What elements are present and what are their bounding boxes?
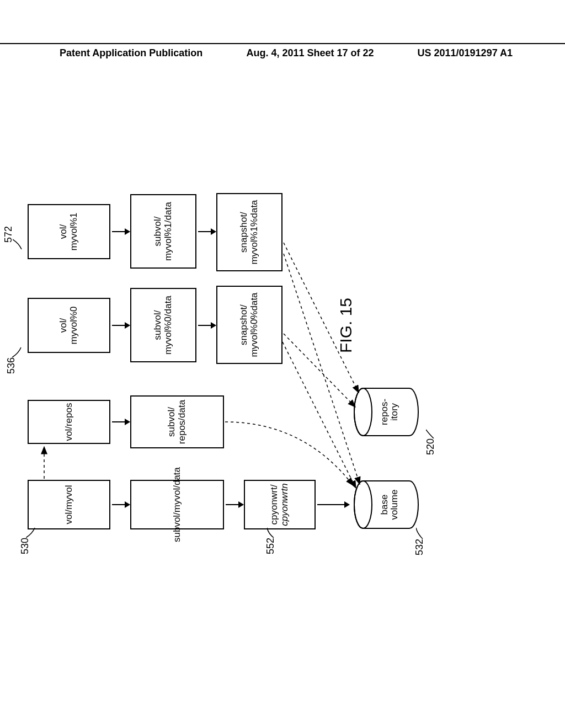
box-snapshot-myvol0: snapshot/ myvol%0%data	[216, 286, 282, 364]
box-subvol-myvol-data: subvol/myvol/data	[130, 480, 224, 529]
refnum-532: 532	[414, 539, 425, 555]
svg-line-7	[284, 254, 360, 484]
box-snapshot-myvol1: snapshot/ myvol%1%data	[216, 193, 282, 271]
box-vol-myvol0: vol/ myvol%0	[28, 298, 110, 353]
box-vol-myvol: vol/myvol	[28, 480, 110, 529]
arrow-icon	[112, 231, 130, 232]
arrow-icon	[112, 325, 130, 326]
arrow-icon	[198, 325, 216, 326]
page-header: Patent Application Publication Aug. 4, 2…	[0, 43, 565, 59]
header-right: US 2011/0191297 A1	[418, 47, 513, 59]
cylinder-repository: repos- itory	[353, 387, 419, 437]
refnum-530: 530	[19, 538, 31, 554]
refnum-536: 536	[6, 357, 17, 374]
box-cpyonwrt: cpyonwrt/ cpyonwrtn	[244, 480, 316, 529]
refnum-572: 572	[3, 226, 14, 243]
refnum-552: 552	[265, 538, 276, 554]
arrow-icon	[112, 504, 130, 505]
box-subvol-myvol1-data: subvol/ myvol%1/data	[130, 194, 196, 269]
header-left: Patent Application Publication	[60, 47, 202, 59]
arrow-icon	[198, 231, 216, 232]
arrow-icon	[112, 421, 130, 422]
cylinder-base-volume: base volume	[353, 480, 419, 529]
arrow-icon	[226, 504, 243, 505]
header-center: Aug. 4, 2011 Sheet 17 of 22	[246, 47, 374, 59]
refnum-520: 520	[425, 438, 436, 455]
box-vol-myvol1: vol/ myvol%1	[28, 204, 110, 259]
arrow-icon	[317, 504, 349, 505]
box-vol-repos: vol/repos	[28, 400, 110, 444]
figure-label: FIG. 15	[337, 298, 355, 353]
figure-15-diagram: vol/myvol subvol/myvol/data cpyonwrt/ cp…	[28, 165, 458, 529]
svg-line-5	[282, 342, 356, 488]
box-subvol-repos-data: subvol/ repos/data	[130, 395, 224, 448]
box-subvol-myvol0-data: subvol/ myvol%0/data	[130, 288, 196, 362]
